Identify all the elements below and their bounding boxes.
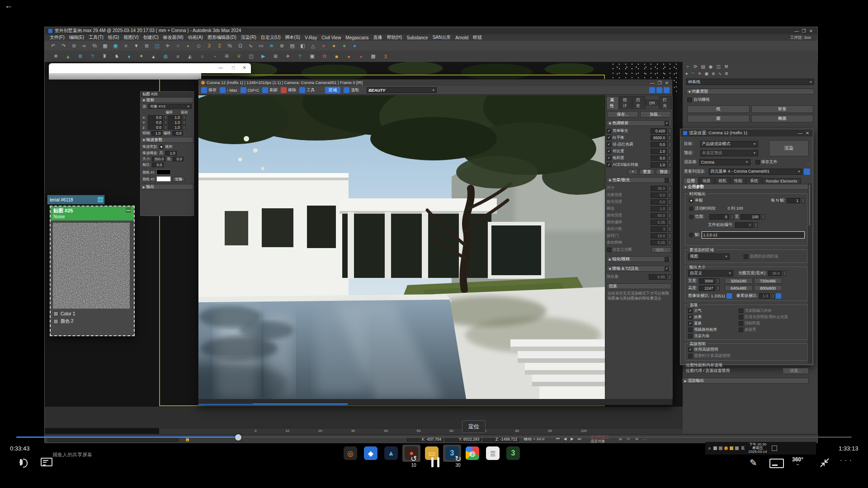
notification-center-icon[interactable]	[772, 446, 777, 451]
toolbar-icon[interactable]: ≡	[121, 42, 131, 50]
tray-expand-icon[interactable]: ∧	[708, 446, 711, 450]
cmd-cat-helpers-icon[interactable]: ⊕	[712, 71, 715, 76]
cmd-cat-shapes-icon[interactable]: ◠	[691, 71, 694, 76]
tray-icon[interactable]	[713, 446, 717, 450]
toolbar-icon[interactable]: ✛	[163, 42, 172, 50]
option-checkbox[interactable]	[739, 315, 743, 319]
option-checkbox[interactable]: ✓	[688, 321, 693, 326]
popup-close-button[interactable]: ✕	[243, 65, 246, 70]
bloom-row-value[interactable]: 50.0	[651, 213, 667, 218]
tonemap-row-checkbox[interactable]: ✓	[607, 163, 611, 167]
range-radio[interactable]	[689, 215, 693, 219]
option-checkbox[interactable]	[739, 328, 743, 332]
image-aspect-lock-icon[interactable]	[726, 293, 732, 299]
toolbar-icon[interactable]: ◫	[246, 52, 256, 61]
menu-item[interactable]: 暗毯	[471, 34, 484, 41]
toolbar-icon[interactable]: ⊘	[69, 42, 79, 50]
active-segment-radio[interactable]	[689, 206, 693, 211]
toolbar-icon[interactable]: ◫	[152, 42, 162, 50]
phase-field[interactable]: 0.0	[152, 163, 164, 167]
pixel-aspect-field[interactable]: 1.0	[759, 293, 770, 299]
menu-item[interactable]: 自定义(U)	[259, 34, 283, 41]
menu-item[interactable]: 组(G)	[106, 34, 121, 41]
toolbar-icon[interactable]: ◇	[194, 42, 203, 50]
taskbar-app-icon[interactable]: ≣	[484, 445, 502, 462]
vfb-tab-history[interactable]: 历史	[632, 96, 645, 109]
menu-item[interactable]: Substance	[404, 35, 430, 40]
view-lock-icon[interactable]	[804, 169, 810, 175]
rs-scrollbar[interactable]	[808, 183, 812, 363]
tonemap-enable-checkbox[interactable]: ✓	[665, 121, 669, 126]
noise-params-rollout[interactable]: ▾噪波参数	[141, 137, 193, 143]
tonemap-row-value[interactable]: 0.0	[651, 155, 667, 161]
toolbar-icon[interactable]: ◐	[184, 42, 193, 50]
rs-tab-scene[interactable]: 场景	[699, 177, 714, 184]
tonemap-row-checkbox[interactable]: ✓	[607, 142, 611, 147]
toolbar-icon[interactable]: %	[90, 42, 99, 50]
toolbar-icon[interactable]: ◔	[210, 52, 219, 61]
rs-close-button[interactable]: ✕	[804, 131, 811, 136]
menu-item[interactable]: 工具(T)	[86, 34, 106, 41]
ime-indicator[interactable]: 英	[741, 446, 745, 451]
vfb-copy-button[interactable]: Ctrl+C	[241, 87, 259, 93]
rs-tab-common[interactable]: 公用	[683, 177, 698, 184]
every-n-field[interactable]: 1	[787, 198, 800, 203]
toolbar-icon[interactable]: ◍	[161, 52, 170, 61]
noise-node-header[interactable]: 贴图 #25 —	[53, 207, 131, 214]
size-field[interactable]: 350.0	[152, 157, 165, 161]
taskbar-app-icon[interactable]: ◎	[341, 445, 359, 462]
tray-shield-icon[interactable]	[730, 446, 733, 450]
vfb-zoom-in-icon[interactable]	[664, 87, 670, 93]
menu-item[interactable]: V-Ray	[302, 35, 319, 40]
use-adv-lighting-checkbox[interactable]: ✓	[688, 347, 693, 352]
more-options-button[interactable]: · · ·	[840, 456, 852, 464]
vfb-close-button[interactable]: ✕	[663, 80, 670, 85]
toolbar-icon[interactable]: ●	[319, 42, 328, 50]
vfb-save-config-button[interactable]: 保存...	[607, 111, 638, 117]
vfb-zoom-out-icon[interactable]	[649, 87, 655, 93]
save-file-dots-button[interactable]: ...	[807, 160, 810, 164]
renderer-combo[interactable]: Corona▼	[699, 159, 750, 165]
toolbar-icon[interactable]: △	[308, 42, 318, 50]
material-node-collapse-button[interactable]: —	[98, 197, 103, 202]
width-field[interactable]: 3000	[699, 278, 715, 284]
toolbar-icon[interactable]: ●	[350, 42, 359, 50]
res-preset-button[interactable]: 640x480	[725, 285, 753, 291]
toolbar-icon[interactable]: ✿	[320, 52, 329, 61]
toolbar-icon[interactable]: ♕	[234, 52, 244, 61]
toolbar-icon[interactable]: ■	[332, 52, 341, 61]
menu-item[interactable]: 编辑(E)	[67, 34, 86, 41]
cmd-cat-cameras-icon[interactable]: ▣	[704, 71, 708, 76]
toolbar-icon[interactable]: ●	[329, 42, 339, 50]
option-checkbox[interactable]: ✓	[688, 309, 693, 313]
range-to-field[interactable]: 100	[741, 214, 760, 220]
common-params-rollout[interactable]: ▾公用参数	[682, 184, 809, 190]
vfb-tab-dr[interactable]: DR	[646, 100, 659, 106]
vfb-remove-button[interactable]: 移除	[281, 87, 296, 93]
vfb-tab-properties[interactable]: 属性	[606, 96, 619, 109]
white-popup-titlebar[interactable]: — □ ✕	[49, 63, 251, 73]
toolbar-icon[interactable]: ⊞	[271, 52, 280, 61]
toolbar-icon[interactable]: %	[225, 42, 235, 50]
back-button[interactable]: ←	[5, 1, 13, 10]
vfb-channel-combo[interactable]: BEAUTY▼	[367, 87, 437, 93]
toolbar-icon[interactable]: ▲	[63, 52, 73, 61]
bloom-row-value[interactable]: 3	[651, 226, 667, 232]
annotate-pencil-icon[interactable]: ✎	[750, 457, 757, 468]
offset-field[interactable]: 0.0	[148, 125, 163, 130]
option-checkbox[interactable]	[688, 334, 693, 338]
menu-item[interactable]: 渲染(R)	[239, 34, 259, 41]
offset-field[interactable]: 0.0	[148, 120, 163, 125]
spline-button[interactable]: 线	[687, 105, 750, 113]
tile-field[interactable]: 1.0	[168, 125, 182, 130]
res-preset-button[interactable]: 720x486	[754, 278, 782, 284]
toolbar-icon[interactable]: ♞	[112, 52, 122, 61]
tonemap-row-value[interactable]: 0.0	[651, 142, 667, 147]
max-close-button[interactable]: ✕	[807, 28, 815, 33]
source-combo[interactable]: 对象 XYZ▼	[148, 104, 192, 109]
bloom-row-value[interactable]: 15.0	[651, 233, 667, 239]
rewind-10-button[interactable]: ↺ 10	[406, 455, 421, 468]
taskbar-app-icon[interactable]: ▲	[382, 445, 400, 462]
popup-maximize-button[interactable]: □	[232, 65, 235, 70]
range-from-field[interactable]: 0	[709, 214, 729, 220]
